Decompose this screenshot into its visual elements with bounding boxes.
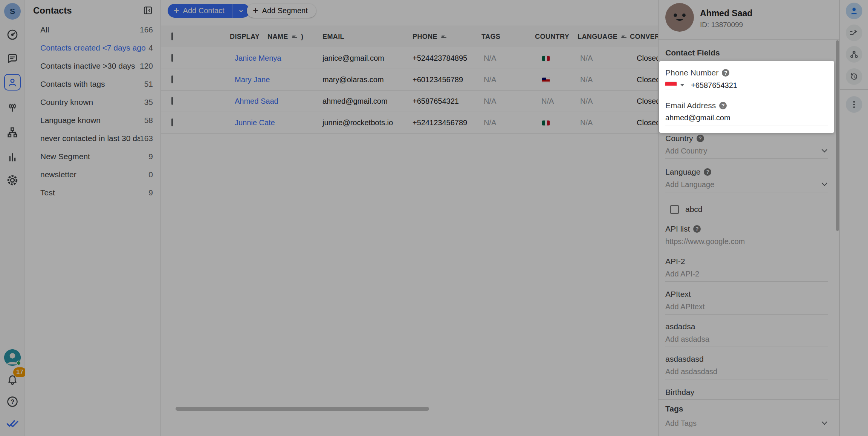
input-underline xyxy=(665,126,828,126)
singapore-flag-icon xyxy=(665,82,677,89)
spotlight-card-contact-fields: Phone Number ? +6587654321 Email Address… xyxy=(659,61,834,133)
phone-label: Phone Number xyxy=(665,68,718,77)
email-input[interactable]: ahmed@gmail.com xyxy=(665,113,828,122)
app-window: S xyxy=(0,0,868,436)
input-underline xyxy=(665,93,828,93)
help-icon[interactable]: ? xyxy=(719,102,727,109)
email-value: ahmed@gmail.com xyxy=(665,114,730,122)
email-field-label-row: Email Address ? xyxy=(665,101,727,110)
flag-dropdown-caret-icon[interactable] xyxy=(680,84,684,86)
phone-value: +6587654321 xyxy=(691,81,737,90)
phone-input[interactable]: +6587654321 xyxy=(665,80,828,90)
help-icon[interactable]: ? xyxy=(722,69,729,77)
phone-field-label-row: Phone Number ? xyxy=(665,68,729,77)
email-label: Email Address xyxy=(665,101,716,110)
